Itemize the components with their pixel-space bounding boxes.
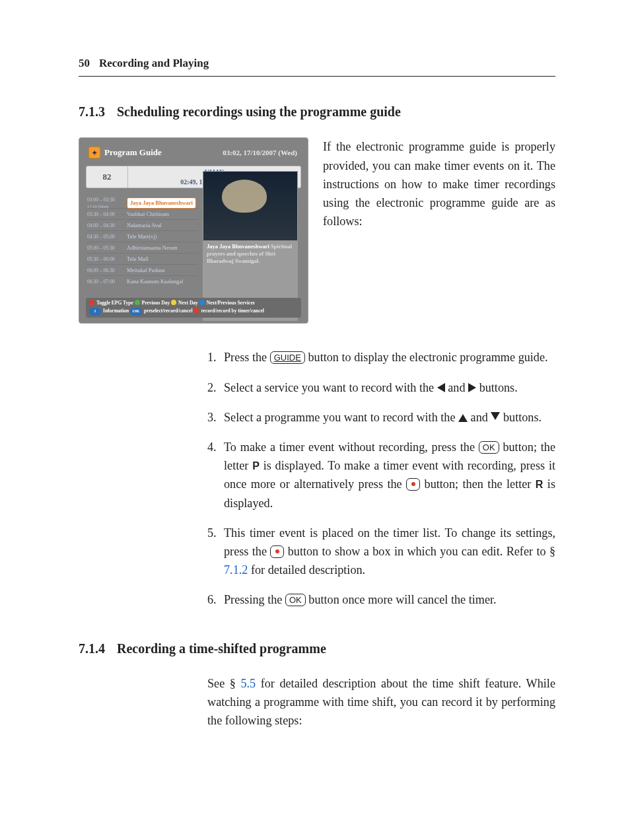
instruction-list: Press the GUIDE button to display the el… [207, 348, 555, 609]
p-label: P [252, 460, 260, 472]
legend-prev-day: Previous Day [142, 300, 170, 306]
record-dot-icon [411, 482, 415, 486]
step-4: To make a timer event without recording,… [207, 438, 555, 512]
row-time: 04:00 – 04:30 [87, 222, 127, 230]
row-programme: Vazhkai Chithiram [127, 210, 169, 219]
program-guide-screenshot: ✦ Program Guide 03:02, 17/10/2007 (Wed) … [79, 137, 308, 324]
row-programme: Jaya Jaya Bhuvaneshwari [127, 197, 196, 209]
section2-body: See § 5.5 for detailed description about… [207, 674, 555, 730]
ref-712-link[interactable]: 7.1.2 [224, 563, 248, 577]
fig-titlebar: ✦ Program Guide 03:02, 17/10/2007 (Wed) [86, 145, 301, 163]
step-5: This timer event is placed on the timer … [207, 524, 555, 580]
record-keycap [406, 478, 420, 491]
row-time: 04:30 – 05:00 [87, 233, 127, 241]
programme-row: 06:00 – 06:30Mettukal Pudusu [87, 264, 198, 275]
ref-55-link[interactable]: 5.5 [240, 677, 256, 690]
step-2: Select a service you want to record with… [207, 378, 555, 397]
row-programme: Tele Mart(vj) [127, 232, 157, 241]
ok-chip-icon: OK [130, 308, 142, 315]
blue-dot-icon [199, 300, 205, 305]
left-arrow-icon [437, 383, 445, 392]
r-label: R [536, 479, 543, 490]
running-head: 50 Recording and Playing [79, 55, 555, 77]
section-heading-713: 7.1.3 Scheduling recordings using the pr… [79, 102, 555, 122]
channel-number: 82 [86, 166, 128, 188]
row-programme: Kana Kaanum Kaalangal [127, 277, 183, 286]
record-dot-icon-2 [275, 549, 279, 553]
page-number: 50 [79, 55, 90, 72]
row-programme: Tele Mall [127, 255, 149, 263]
legend-toggle: Toggle EPG Type [96, 300, 133, 306]
figure-and-intro-row: ✦ Program Guide 03:02, 17/10/2007 (Wed) … [79, 137, 555, 324]
legend-next-prev: Next/Previous Services [207, 300, 255, 306]
legend-preselect: preselect/record/cancel [144, 308, 192, 314]
row-time: 06:00 – 06:30 [87, 267, 127, 275]
programme-row: 04:30 – 05:00Tele Mart(vj) [87, 230, 198, 242]
section-title: Scheduling recordings using the programm… [117, 102, 401, 122]
row-time: 03:00 – 03:3017/10 (Wed) [87, 196, 127, 211]
row-programme: Adhirstamaana Neram [127, 244, 178, 252]
step-1: Press the GUIDE button to display the el… [207, 348, 555, 367]
programme-row: 04:00 – 04:30Nalamaria Aval [87, 219, 198, 230]
legend-information: Information [103, 308, 129, 314]
programme-row: 03:00 – 03:3017/10 (Wed)Jaya Jaya Bhuvan… [87, 197, 198, 208]
fig-datetime: 03:02, 17/10/2007 (Wed) [223, 147, 297, 158]
right-arrow-icon [468, 383, 476, 392]
preview-thumbnail [203, 171, 298, 242]
row-time: 06:30 – 07:00 [87, 278, 127, 286]
programme-rows: 03:00 – 03:3017/10 (Wed)Jaya Jaya Bhuvan… [87, 197, 198, 287]
red-dot-icon-2 [193, 308, 199, 313]
red-dot-icon [89, 300, 94, 305]
record-keycap-2 [270, 545, 284, 558]
program-guide-icon: ✦ [88, 147, 100, 158]
desc-title: Jaya Jaya Bhuvaneshwari [207, 243, 269, 250]
row-time: 03:30 – 04:00 [87, 211, 127, 219]
legend-rec-cancel: record/record by timer/cancel [201, 308, 264, 314]
fig-title: Program Guide [104, 146, 162, 159]
info-chip-icon: i [89, 308, 101, 315]
legend-next-day: Next Day [178, 300, 198, 306]
row-programme: Nalamaria Aval [127, 221, 162, 230]
page: 50 Recording and Playing 7.1.3 Schedulin… [0, 0, 630, 840]
figure-legend: Toggle EPG Type Previous Day Next Day Ne… [86, 298, 301, 318]
programme-row: 05:00 – 05:30Adhirstamaana Neram [87, 242, 198, 253]
up-arrow-icon [458, 414, 468, 422]
section-number-714: 7.1.4 [79, 639, 105, 659]
ok-keycap-2: OK [285, 594, 306, 606]
chapter-title: Recording and Playing [99, 55, 209, 72]
programme-row: 03:30 – 04:00Vazhkai Chithiram [87, 208, 198, 219]
row-programme: Mettukal Pudusu [127, 266, 165, 275]
programme-row: 06:30 – 07:00Kana Kaanum Kaalangal [87, 275, 198, 287]
section-heading-714: 7.1.4 Recording a time-shifted programme [79, 639, 555, 659]
section-title-714: Recording a time-shifted programme [117, 639, 326, 659]
green-dot-icon [135, 300, 140, 305]
section-number: 7.1.3 [79, 102, 105, 122]
intro-paragraph: If the electronic programme guide is pro… [323, 137, 555, 324]
row-time: 05:00 – 05:30 [87, 244, 127, 252]
guide-keycap: GUIDE [270, 351, 305, 364]
row-time: 05:30 – 06:00 [87, 256, 127, 263]
yellow-dot-icon [171, 300, 176, 305]
step-6: Pressing the OK button once more will ca… [207, 590, 555, 609]
step-3: Select a programme you want to record wi… [207, 408, 555, 427]
ok-keycap: OK [479, 441, 499, 454]
programme-row: 05:30 – 06:00Tele Mall [87, 253, 198, 264]
down-arrow-icon [491, 412, 500, 420]
